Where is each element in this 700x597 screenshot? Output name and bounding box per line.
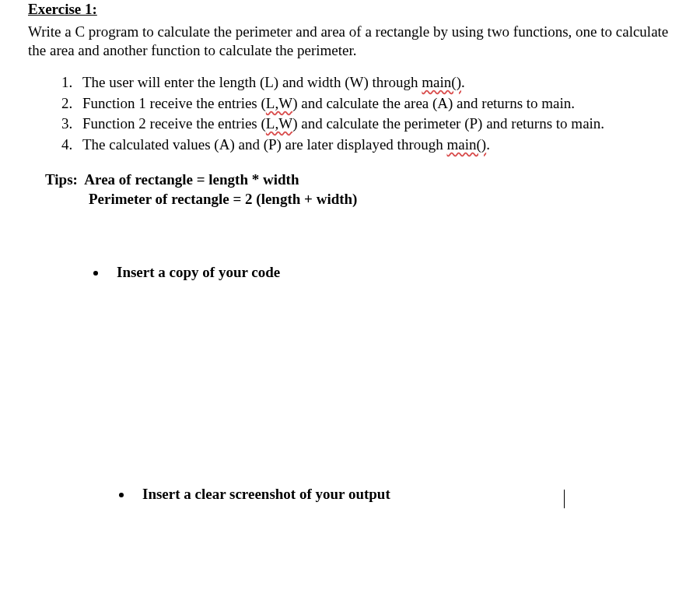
tips-block: Tips: Area of rectangle = length * width… — [45, 170, 672, 209]
step-3-mid: ) and calculate the perimeter (P) and re… — [292, 115, 604, 132]
tips-label: Tips: — [45, 171, 78, 188]
text-cursor — [564, 490, 565, 508]
tips-line-1: Area of rectangle = length * width — [84, 171, 299, 188]
intro-paragraph: Write a C program to calculate the perim… — [28, 23, 672, 61]
step-1-suffix: . — [461, 74, 465, 90]
exercise-title: Exercise 1: — [28, 0, 672, 19]
step-3-prefix: Function 2 receive the entries ( — [82, 115, 266, 132]
bullet-output-list: Insert a clear screenshot of your output — [133, 485, 672, 504]
step-1-prefix: The user will enter the length (L) and w… — [82, 74, 422, 90]
bullet-code: Insert a copy of your code — [107, 263, 672, 283]
step-2-underline: L,W — [266, 95, 292, 111]
steps-list: The user will enter the length (L) and w… — [76, 73, 672, 155]
step-3: Function 2 receive the entries (L,W) and… — [76, 114, 672, 134]
step-2-prefix: Function 1 receive the entries ( — [82, 95, 266, 111]
step-1-underline: main() — [422, 74, 461, 90]
step-3-underline: L,W — [266, 115, 292, 132]
step-1: The user will enter the length (L) and w… — [76, 73, 672, 93]
bullet-output: Insert a clear screenshot of your output — [133, 485, 672, 504]
step-2: Function 1 receive the entries (L,W) and… — [76, 94, 672, 114]
bullet-code-list: Insert a copy of your code — [107, 263, 672, 283]
tips-line-2: Perimeter of rectangle = 2 (length + wid… — [89, 190, 672, 209]
step-4-suffix: . — [486, 136, 490, 153]
step-4-prefix: The calculated values (A) and (P) are la… — [82, 136, 446, 153]
step-4: The calculated values (A) and (P) are la… — [76, 135, 672, 155]
step-2-mid: ) and calculate the area (A) and returns… — [292, 95, 575, 111]
step-4-underline: main() — [446, 136, 486, 153]
